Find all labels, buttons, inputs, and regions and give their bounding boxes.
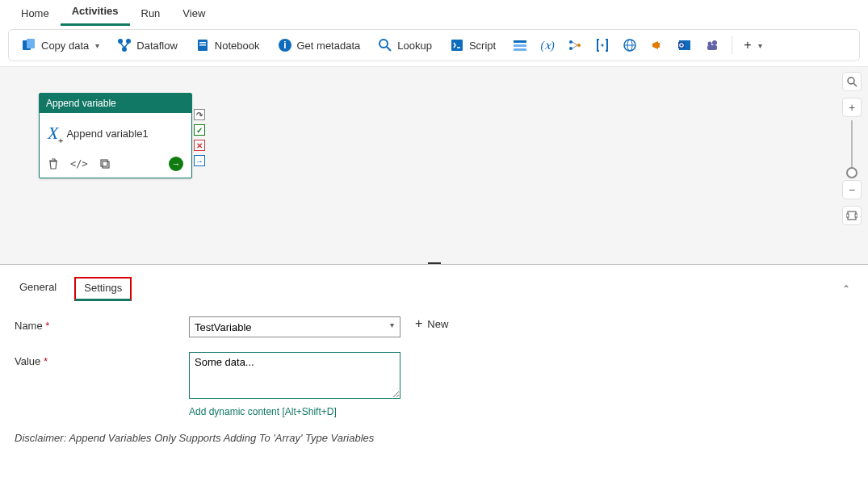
- activity-title: Append variable1: [66, 128, 148, 140]
- svg-rect-36: [846, 214, 849, 217]
- collapse-panel-icon[interactable]: ⌃: [839, 280, 853, 298]
- svg-point-28: [712, 40, 717, 45]
- teams-icon[interactable]: [704, 37, 720, 53]
- properties-panel: General Settings ⌃ Name * TestVariable ▾…: [0, 265, 868, 459]
- page-tabs: Home Activities Run View: [0, 0, 868, 26]
- port-undo-icon[interactable]: ↷: [194, 109, 205, 120]
- svg-rect-37: [855, 214, 858, 217]
- notebook-icon: [195, 38, 210, 52]
- activity-output-ports: ↷ ✓ ✕ →: [194, 109, 205, 166]
- copy-data-label: Copy data: [41, 40, 89, 52]
- append-variable-icon: X+: [48, 123, 58, 144]
- variable-icon[interactable]: (𝑥): [539, 37, 556, 53]
- port-success-icon[interactable]: ✓: [194, 124, 205, 136]
- bracket-icon[interactable]: [594, 37, 610, 53]
- dataflow-label: Dataflow: [136, 40, 178, 52]
- svg-rect-30: [707, 45, 717, 50]
- fit-screen-icon[interactable]: [842, 206, 862, 225]
- svg-rect-15: [514, 44, 526, 47]
- outlook-icon[interactable]: [677, 37, 693, 53]
- chevron-down-icon: ▾: [95, 41, 99, 50]
- tab-home[interactable]: Home: [10, 2, 61, 26]
- get-metadata-button[interactable]: i Get metadata: [270, 33, 369, 57]
- value-label: Value *: [15, 352, 189, 367]
- info-icon: i: [278, 38, 292, 52]
- canvas-controls: + −: [842, 72, 862, 225]
- svg-point-20: [602, 44, 604, 47]
- disclaimer-text: Disclaimer: Append Variables Only Suppor…: [15, 432, 853, 444]
- value-input[interactable]: Some data...: [189, 352, 400, 399]
- svg-rect-16: [514, 48, 526, 51]
- get-metadata-label: Get metadata: [297, 40, 361, 52]
- port-failure-icon[interactable]: ✕: [194, 140, 205, 151]
- script-label: Script: [469, 40, 496, 52]
- zoom-out-icon[interactable]: −: [842, 180, 862, 199]
- svg-point-18: [569, 47, 572, 50]
- tab-view[interactable]: View: [171, 2, 216, 26]
- activity-card[interactable]: Append variable X+ Append variable1 </> …: [39, 93, 192, 178]
- new-label: New: [427, 318, 448, 330]
- svg-text:i: i: [283, 40, 286, 51]
- svg-point-10: [379, 40, 388, 48]
- svg-rect-14: [514, 40, 526, 43]
- add-activity-button[interactable]: + ▾: [737, 33, 768, 57]
- pipeline-canvas[interactable]: Append variable X+ Append variable1 </> …: [0, 66, 868, 265]
- svg-point-29: [708, 42, 712, 46]
- plus-icon: +: [415, 316, 422, 331]
- tab-run[interactable]: Run: [130, 2, 172, 26]
- activity-body: X+ Append variable1: [40, 113, 191, 152]
- svg-rect-31: [101, 160, 107, 166]
- settings-form: Name * TestVariable ▾ + New Value * Some…: [15, 316, 853, 444]
- search-icon: [378, 38, 392, 52]
- svg-line-11: [387, 47, 391, 51]
- globe-icon[interactable]: [622, 37, 638, 53]
- megaphone-icon[interactable]: [649, 37, 665, 53]
- delete-icon[interactable]: [48, 158, 59, 170]
- zoom-in-icon[interactable]: +: [842, 98, 862, 117]
- add-dynamic-content-link[interactable]: Add dynamic content [Alt+Shift+D]: [189, 406, 400, 417]
- svg-point-19: [577, 44, 581, 47]
- zoom-slider[interactable]: [851, 120, 853, 177]
- name-select[interactable]: TestVariable: [189, 316, 400, 337]
- svg-line-34: [853, 83, 857, 86]
- svg-rect-12: [451, 40, 463, 51]
- name-label: Name *: [15, 316, 189, 332]
- plus-icon: +: [744, 38, 751, 52]
- lookup-button[interactable]: Lookup: [370, 33, 440, 57]
- toolbar-separator: [732, 36, 732, 54]
- svg-rect-24: [658, 43, 660, 48]
- notebook-button[interactable]: Notebook: [187, 33, 268, 57]
- canvas-search-icon[interactable]: [842, 72, 862, 91]
- copy-icon[interactable]: [99, 158, 111, 170]
- notebook-label: Notebook: [215, 40, 260, 52]
- panel-tabs: General Settings ⌃: [15, 271, 853, 302]
- script-icon: [450, 38, 464, 52]
- copy-data-button[interactable]: Copy data ▾: [14, 33, 107, 57]
- tab-activities[interactable]: Activities: [61, 0, 130, 26]
- script-button[interactable]: Script: [442, 33, 504, 57]
- toolbar-extra-icons: (𝑥): [505, 37, 727, 53]
- activities-toolbar: Copy data ▾ Dataflow Notebook i Get meta…: [8, 29, 860, 61]
- svg-point-17: [569, 40, 572, 44]
- activity-footer: </> →: [40, 152, 191, 178]
- copy-data-icon: [22, 38, 36, 52]
- tab-general[interactable]: General: [15, 276, 61, 302]
- svg-rect-32: [103, 161, 109, 168]
- row-name: Name * TestVariable ▾ + New: [15, 316, 853, 337]
- run-icon[interactable]: →: [169, 157, 183, 171]
- dataflow-button[interactable]: Dataflow: [109, 33, 186, 57]
- svg-rect-6: [199, 42, 206, 44]
- mapping-icon[interactable]: [567, 37, 583, 53]
- table-icon[interactable]: [512, 37, 528, 53]
- new-button[interactable]: + New: [415, 316, 448, 331]
- tab-settings[interactable]: Settings: [74, 277, 132, 301]
- activity-type-header: Append variable: [40, 94, 191, 113]
- port-completion-icon[interactable]: →: [194, 155, 205, 166]
- panel-resize-handle[interactable]: [428, 262, 441, 265]
- row-value: Value * Some data... Add dynamic content…: [15, 352, 853, 417]
- code-icon[interactable]: </>: [70, 158, 88, 170]
- chevron-down-icon: ▾: [758, 41, 762, 50]
- zoom-knob[interactable]: [846, 167, 858, 178]
- lookup-label: Lookup: [397, 40, 432, 52]
- dataflow-icon: [117, 38, 132, 52]
